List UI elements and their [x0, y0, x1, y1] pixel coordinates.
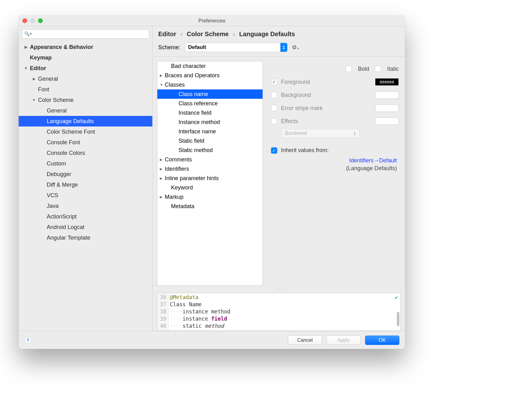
attribute-item[interactable]: Static field — [157, 136, 263, 146]
sidebar-item[interactable]: Console Colors — [19, 148, 152, 158]
line: Class Name — [170, 301, 202, 308]
chevron-down-icon: ▼ — [160, 83, 165, 87]
footer: ? Cancel Apply OK — [19, 331, 405, 349]
updown-icon[interactable]: ▲▼ — [280, 43, 287, 52]
sidebar-item[interactable]: Font — [19, 84, 152, 95]
sidebar-item-label: Font — [38, 86, 49, 93]
attribute-label: Interface name — [178, 128, 216, 135]
inherit-label: Inherit values from: — [281, 147, 329, 154]
chevron-right-icon: ▶ — [160, 74, 165, 78]
effects-checkbox[interactable] — [271, 118, 277, 124]
sidebar-item-label: Editor — [30, 65, 46, 72]
close-icon[interactable] — [22, 18, 27, 23]
sidebar-item-label: VCS — [47, 192, 58, 199]
breadcrumb-item[interactable]: Color Scheme — [187, 31, 229, 37]
line: instance — [183, 316, 211, 322]
apply-button: Apply — [326, 336, 361, 345]
attribute-item[interactable]: ▶Inline parameter hints — [157, 174, 263, 183]
sidebar-item[interactable]: Keymap — [19, 52, 152, 63]
attribute-item[interactable]: Class name — [157, 89, 263, 99]
sidebar-item[interactable]: Android Logcat — [19, 222, 152, 232]
attribute-label: Instance method — [178, 119, 220, 126]
inherit-link[interactable]: Identifiers→Default — [349, 157, 397, 164]
error-stripe-label: Error stripe mark — [281, 105, 323, 112]
sidebar-item-label: Android Logcat — [47, 224, 84, 231]
chevron-right-icon: ▶ — [23, 45, 29, 49]
settings-tree[interactable]: ▶Appearance & BehaviorKeymap▼Editor▶Gene… — [19, 41, 152, 331]
sidebar-item-label: Language Defaults — [47, 118, 94, 125]
attribute-item[interactable]: ▶Identifiers — [157, 164, 263, 174]
zoom-icon[interactable] — [38, 18, 43, 23]
sidebar-item[interactable]: ▶General — [19, 74, 152, 84]
sidebar-item-label: Console Colors — [47, 150, 85, 156]
bold-checkbox[interactable] — [345, 66, 352, 72]
sidebar-item[interactable]: VCS — [19, 190, 152, 201]
breadcrumb-item[interactable]: Editor — [158, 31, 176, 37]
inherit-checkbox[interactable]: ✓ — [271, 147, 277, 154]
content-split: Bad character▶Braces and Operators▼Class… — [153, 57, 405, 286]
main-panel: Editor › Color Scheme › Language Default… — [153, 26, 405, 331]
sidebar-item[interactable]: Console Font — [19, 137, 152, 148]
scheme-select[interactable]: Default ▲▼ — [185, 43, 288, 52]
sidebar-item[interactable]: Color Scheme Font — [19, 126, 152, 137]
ok-button[interactable]: OK — [365, 336, 399, 345]
help-button[interactable]: ? — [24, 337, 31, 344]
attribute-label: Inline parameter hints — [165, 175, 219, 182]
italic-checkbox[interactable] — [375, 66, 381, 72]
sidebar-item[interactable]: ▼Color Scheme — [19, 95, 152, 105]
attribute-label: Comments — [165, 156, 192, 163]
effects-swatch[interactable] — [375, 117, 399, 125]
error-stripe-swatch[interactable] — [375, 104, 399, 112]
attribute-item[interactable]: Class reference — [157, 99, 263, 108]
sidebar-item[interactable]: ▶Appearance & Behavior — [19, 42, 152, 52]
gear-icon[interactable]: ⚙▾ — [292, 44, 299, 51]
attribute-label: Static field — [178, 138, 204, 144]
attribute-item[interactable]: ▶Comments — [157, 155, 263, 164]
attribute-item[interactable]: ▼Classes — [157, 80, 263, 89]
sidebar-item[interactable]: General — [19, 105, 152, 116]
sidebar-item[interactable]: Angular Template — [19, 232, 152, 243]
attribute-item[interactable]: Interface name — [157, 127, 263, 136]
error-stripe-checkbox[interactable] — [271, 105, 277, 111]
sidebar-item[interactable]: Diff & Merge — [19, 179, 152, 190]
sidebar-item[interactable]: ActionScript — [19, 211, 152, 222]
chevron-right-icon: ▶ — [160, 176, 165, 180]
line: instance method — [183, 308, 231, 315]
attribute-item[interactable]: Keyword — [157, 183, 263, 192]
line: static — [183, 323, 205, 329]
scheme-row: Scheme: Default ▲▼ ⚙▾ — [153, 40, 405, 57]
attribute-tree[interactable]: Bad character▶Braces and Operators▼Class… — [157, 61, 263, 286]
cancel-button[interactable]: Cancel — [288, 336, 322, 345]
attribute-item[interactable]: Bad character — [157, 61, 263, 71]
sidebar-item[interactable]: Java — [19, 201, 152, 211]
sidebar-item-label: General — [47, 107, 67, 114]
attribute-label: Bad character — [171, 63, 206, 69]
search-input[interactable] — [22, 29, 149, 39]
foreground-checkbox[interactable]: ✓ — [271, 79, 277, 85]
attribute-item[interactable]: Instance field — [157, 108, 263, 117]
window-title: Preferences — [198, 18, 225, 24]
sidebar-item-label: General — [38, 76, 58, 82]
attribute-item[interactable]: ▶Markup — [157, 192, 263, 202]
sidebar-item-label: Java — [47, 203, 59, 209]
code: @Metadata Class Name ····instance method… — [169, 293, 230, 331]
attribute-item[interactable]: Instance method — [157, 117, 263, 127]
attribute-item[interactable]: ▶Braces and Operators — [157, 71, 263, 80]
sidebar-item[interactable]: ▼Editor — [19, 63, 152, 74]
breadcrumb-item: Language Defaults — [239, 31, 295, 37]
foreground-swatch[interactable]: 000000 — [375, 78, 399, 86]
background-checkbox[interactable] — [271, 92, 277, 98]
gutter: 36 37 38 39 40 — [157, 293, 169, 331]
scheme-label: Scheme: — [158, 44, 180, 51]
sidebar-item[interactable]: Language Defaults — [19, 116, 152, 126]
sidebar-item[interactable]: Debugger — [19, 169, 152, 179]
preferences-window: Preferences 🔍▾ ▶Appearance & BehaviorKey… — [19, 16, 405, 349]
sidebar-item-label: Debugger — [47, 171, 71, 178]
attribute-item[interactable]: Metadata — [157, 202, 263, 211]
scrollbar[interactable] — [397, 312, 399, 326]
effects-label: Effects — [281, 118, 298, 125]
attribute-item[interactable]: Static method — [157, 146, 263, 155]
background-swatch[interactable] — [375, 91, 399, 99]
splitter-grip[interactable]: ⣿⣿⣿ — [153, 287, 405, 289]
sidebar-item[interactable]: Custom — [19, 158, 152, 169]
